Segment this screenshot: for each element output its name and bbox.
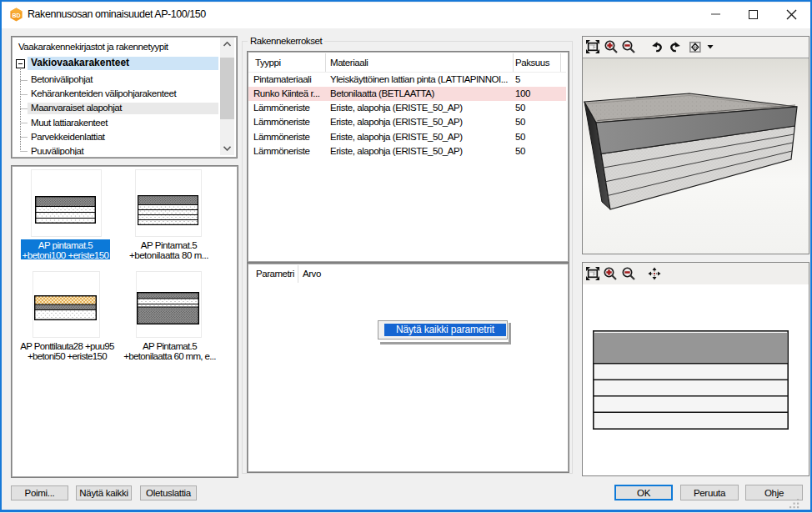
svg-text:BD: BD	[12, 13, 20, 18]
